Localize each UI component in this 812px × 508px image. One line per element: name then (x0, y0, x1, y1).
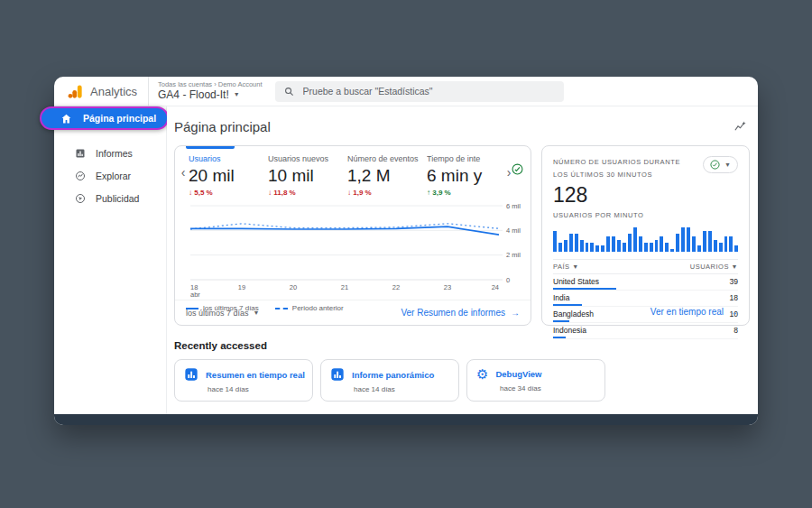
recent-card-2[interactable]: ⚙DebugViewhace 34 días (466, 359, 605, 402)
country-name: United States (553, 277, 599, 286)
country-row: United States39 (553, 274, 738, 291)
minute-bar (612, 236, 615, 252)
svg-text:19: 19 (238, 283, 245, 291)
minute-bar (617, 240, 621, 252)
recent-card-meta: hace 14 días (208, 385, 303, 393)
svg-text:6 mil: 6 mil (506, 202, 521, 210)
delta-arrow-down-icon: ↓ (189, 189, 192, 197)
country-name: Indonesia (553, 326, 586, 335)
recent-card-1[interactable]: Informe panorámicohace 14 días (320, 359, 459, 402)
recent-card-header: Resumen en tiempo real (184, 367, 303, 382)
recent-card-meta: hace 34 días (500, 384, 595, 393)
realtime-country-table: PAÍS ▼ USUARIOS ▼ United States39India18… (553, 259, 738, 339)
recent-card-label: DebugView (495, 369, 541, 379)
country-name: India (553, 293, 569, 302)
minute-bar (628, 234, 632, 252)
country-row: Indonesia8 (553, 323, 738, 339)
minute-bar (564, 240, 567, 252)
analytics-window: Analytics Todas las cuentas › Demo Accou… (54, 77, 758, 425)
sidebar-item-home[interactable]: Página principal (40, 106, 169, 130)
minute-bar (633, 227, 637, 252)
metric-tab-3[interactable]: Tiempo de inte6 min y↑ 3,9 % (427, 154, 506, 197)
metric-value: 6 min y (427, 166, 506, 186)
svg-text:4 mil: 4 mil (506, 226, 521, 235)
country-row: India18 (553, 291, 738, 307)
minute-bar (714, 240, 717, 252)
recent-card-0[interactable]: Resumen en tiempo realhace 14 días (174, 359, 313, 402)
topbar-divider (148, 77, 149, 106)
recent-card-header: Informe panorámico (330, 367, 449, 382)
recently-accessed-title: Recently accessed (174, 340, 751, 351)
minute-bar (650, 243, 653, 252)
country-users: 39 (730, 277, 738, 286)
svg-text:22: 22 (392, 283, 400, 291)
chevron-down-icon: ▼ (234, 91, 240, 99)
users-column-header[interactable]: USUARIOS ▼ (690, 263, 738, 271)
page-title: Página principal (174, 119, 271, 134)
report-icon (330, 367, 345, 382)
recent-card-label: Resumen en tiempo real (206, 370, 305, 380)
minute-bar (676, 234, 679, 252)
realtime-options-pill[interactable]: ▼ (703, 156, 738, 173)
insights-icon[interactable] (734, 120, 747, 134)
metric-label: Número de eventos (347, 154, 427, 163)
chevron-down-icon: ▼ (732, 263, 738, 270)
minute-bar (719, 243, 723, 252)
view-realtime-link[interactable]: Ver en tiempo real → (651, 307, 738, 317)
delta-arrow-down-icon: ↓ (268, 189, 272, 197)
account-switcher[interactable]: Todas las cuentas › Demo Account GA4 - F… (158, 80, 263, 102)
sidebar-item-reports[interactable]: Informes (54, 142, 166, 164)
minute-bar (575, 234, 578, 252)
data-quality-check-icon[interactable] (512, 163, 523, 175)
metric-delta: ↑ 3,9 % (427, 189, 506, 197)
ads-icon (75, 193, 86, 204)
chevron-down-icon: ▼ (572, 263, 578, 270)
minute-bar (670, 249, 674, 252)
svg-text:21: 21 (341, 283, 348, 291)
svg-text:abr: abr (190, 291, 200, 299)
recent-card-header: ⚙DebugView (476, 367, 595, 381)
breadcrumb-separator-icon: › (214, 80, 217, 88)
check-circle-icon (710, 160, 720, 170)
recent-card-meta: hace 14 días (354, 385, 449, 393)
search-input[interactable] (301, 85, 555, 97)
metric-tab-1[interactable]: Usuarios nuevos10 mil↓ 11,8 % (268, 154, 347, 197)
country-column-header[interactable]: PAÍS ▼ (553, 263, 579, 271)
window-bottom-chrome (54, 414, 758, 425)
date-range-selector[interactable]: los últimos 7 días ▼ (186, 309, 259, 318)
minute-bar (569, 234, 573, 252)
metric-value: 1,2 M (347, 166, 427, 186)
metric-delta-value: 3,9 % (432, 189, 450, 197)
reports-snapshot-link[interactable]: Ver Resumen de informes → (401, 308, 520, 318)
minute-bar (639, 236, 642, 252)
country-name: Bangladesh (553, 309, 594, 319)
minute-bar (681, 227, 685, 252)
metric-delta: ↓ 1,9 % (347, 189, 427, 197)
minute-bar (729, 236, 733, 252)
minute-bar (687, 227, 690, 252)
country-bar (553, 320, 569, 322)
minute-bar (697, 245, 701, 252)
breadcrumb: Todas las cuentas › Demo Account (158, 80, 263, 88)
country-users: 18 (730, 293, 738, 302)
metric-delta-value: 5,5 % (194, 189, 212, 197)
top-bar: Analytics Todas las cuentas › Demo Accou… (54, 77, 758, 106)
delta-arrow-up-icon: ↑ (427, 189, 430, 197)
sidebar-item-explore[interactable]: Explorar (54, 164, 166, 187)
minute-bar (623, 243, 626, 252)
metric-delta-value: 11,8 % (273, 189, 295, 197)
realtime-user-count: 128 (553, 183, 738, 208)
minute-bar (665, 243, 669, 252)
desktop-background: { "topbar": { "brand": "Analytics", "bre… (0, 0, 812, 508)
minute-bar (655, 240, 659, 252)
property-selector[interactable]: GA4 - Flood-It! ▼ (158, 88, 263, 102)
metric-tab-0[interactable]: Usuarios20 mil↓ 5,5 % (189, 154, 268, 197)
arrow-right-icon: → (729, 307, 738, 317)
country-bar (553, 288, 616, 290)
metric-tab-2[interactable]: Número de eventos1,2 M↓ 1,9 % (347, 154, 427, 197)
overview-card: ‹ Usuarios20 mil↓ 5,5 %Usuarios nuevos10… (174, 145, 531, 326)
search-bar[interactable] (275, 81, 564, 102)
sidebar-item-ads[interactable]: Publicidad (54, 187, 166, 209)
sidebar-item-label: Página principal (83, 113, 156, 124)
reports-icon (75, 148, 86, 159)
